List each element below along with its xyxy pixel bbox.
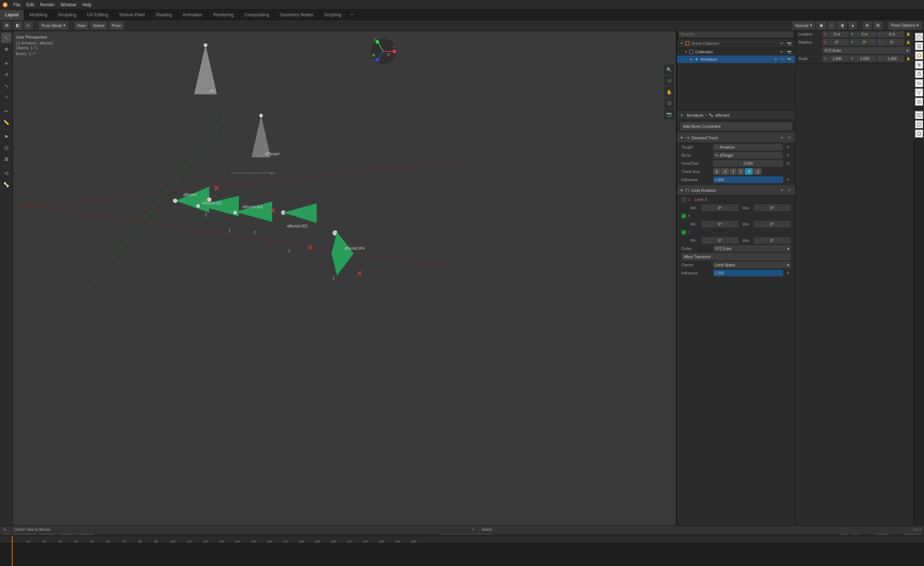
location-lock[interactable]: 🔒: [906, 32, 910, 37]
damped-track-close[interactable]: ✕: [786, 135, 792, 141]
rot-y-input[interactable]: 0°: [854, 41, 875, 45]
pose-btn[interactable]: Pose: [109, 21, 124, 30]
tab-animation[interactable]: Animation: [177, 10, 208, 20]
limit-z-check[interactable]: ✓: [681, 230, 686, 234]
y-min-input[interactable]: 0°: [701, 221, 739, 227]
props-world-icon[interactable]: [915, 129, 924, 138]
viewport-toggle-btn[interactable]: ◧: [13, 21, 22, 30]
viewport-anim-btn[interactable]: ▷: [24, 21, 33, 30]
props-data-icon[interactable]: [915, 79, 924, 88]
props-object-icon[interactable]: [915, 51, 924, 60]
viewport[interactable]: ctrl dtTarget X - affected affected.001 …: [13, 31, 676, 525]
track-axis-ny[interactable]: -Y: [745, 168, 753, 175]
menu-file[interactable]: File: [10, 0, 23, 10]
tool-ik[interactable]: 🦴: [1, 179, 12, 190]
scene-collection-header[interactable]: ▼ Scene Collection 👁 📷: [677, 39, 795, 48]
props-view-layer-icon[interactable]: [915, 42, 924, 51]
collection-camera[interactable]: 📷: [786, 49, 792, 55]
tool-annotate[interactable]: ✏: [1, 106, 12, 116]
loc-y-input[interactable]: 0 m: [854, 32, 875, 36]
tab-rendering[interactable]: Rendering: [208, 10, 239, 20]
collection-item[interactable]: ▼ Collection 👁 📷: [677, 48, 795, 56]
blender-logo[interactable]: B: [0, 0, 10, 10]
gizmo-toggle[interactable]: ⊕: [862, 21, 872, 30]
rotation-lock[interactable]: 🔒: [906, 40, 910, 45]
props-output-icon[interactable]: [915, 120, 924, 129]
viewport-nav-rotate[interactable]: ↺: [664, 75, 674, 86]
collection-eye[interactable]: 👁: [779, 49, 785, 55]
track-axis-nz[interactable]: -Z: [754, 168, 761, 175]
bone-value-display[interactable]: dtTarget: [713, 152, 783, 159]
target-clear[interactable]: ✕: [785, 144, 790, 150]
scale-z-input[interactable]: 1.000: [881, 57, 903, 61]
scale-y-input[interactable]: 1.000: [854, 57, 875, 61]
influence2-bar[interactable]: 1.000: [713, 270, 783, 276]
track-axis-x[interactable]: X: [713, 168, 720, 175]
props-particles-icon[interactable]: [915, 88, 924, 97]
limit-rotation-header[interactable]: ▼ Limit Rotation 👁 ✕: [677, 185, 795, 195]
props-physics-icon[interactable]: [915, 98, 924, 106]
armature-item[interactable]: ▶ Armature 👁 7 / 📷: [677, 56, 795, 63]
viewport-nav-ortho[interactable]: ⊡: [664, 98, 674, 108]
x-min-input[interactable]: 0°: [701, 204, 739, 211]
limit-rotation-eye[interactable]: 👁: [779, 188, 785, 194]
props-render-icon[interactable]: [915, 111, 924, 120]
add-workspace-button[interactable]: +: [347, 12, 357, 17]
scene-collection-eye[interactable]: 👁: [779, 41, 785, 46]
z-min-input[interactable]: 0°: [701, 237, 739, 244]
influence2-icon[interactable]: ⚙: [786, 270, 790, 276]
tool-breakdowner[interactable]: ⊡: [1, 143, 12, 153]
scale-x-input[interactable]: 1.000: [826, 57, 848, 61]
tab-shading[interactable]: Shading: [150, 10, 177, 20]
tool-rotate[interactable]: ↺: [1, 69, 12, 80]
headtail-link[interactable]: ⛓: [786, 161, 790, 166]
loc-x-input[interactable]: 0 m: [826, 32, 848, 36]
add-bone-constraint-btn[interactable]: Add Bone Constraint: [680, 122, 792, 131]
affect-transform-btn[interactable]: Affect Transform: [681, 253, 790, 260]
tool-select[interactable]: ↖: [1, 33, 12, 43]
limit-x-check[interactable]: [681, 197, 686, 202]
tab-geometry-nodes[interactable]: Geometry Nodes: [274, 10, 319, 20]
order-dropdown[interactable]: XYZ Euler ▾: [713, 245, 790, 252]
tab-sculpting[interactable]: Sculpting: [53, 10, 82, 20]
viewport-shading-solid[interactable]: ◉: [817, 21, 826, 30]
limit-y-check[interactable]: ✓: [681, 214, 686, 218]
tool-transform[interactable]: ⊹: [1, 92, 12, 102]
z-max-input[interactable]: 0°: [754, 237, 791, 244]
headtail-input[interactable]: 0.000: [713, 160, 783, 167]
viewport-shading-rendered[interactable]: ◑: [837, 21, 847, 30]
outliner-search[interactable]: [678, 30, 794, 38]
bone-clear[interactable]: ✕: [785, 152, 790, 158]
track-axis-z[interactable]: Z: [737, 168, 744, 175]
owner-dropdown[interactable]: Local Space ▾: [713, 261, 790, 268]
overlay-toggle[interactable]: ⊞: [873, 21, 882, 30]
damped-track-eye[interactable]: 👁: [779, 135, 785, 141]
tool-roll[interactable]: ⟲: [1, 168, 12, 179]
y-max-input[interactable]: 0°: [754, 221, 791, 227]
limit-rotation-close[interactable]: ✕: [786, 188, 792, 194]
menu-window[interactable]: Window: [57, 0, 79, 10]
armature-eye[interactable]: 👁: [773, 56, 779, 62]
scale-lock[interactable]: 🔒: [906, 56, 910, 61]
timeline-track[interactable]: [0, 543, 924, 566]
viewport-shading-material[interactable]: ●: [849, 21, 857, 30]
tab-modeling[interactable]: Modeling: [24, 10, 53, 20]
tab-scripting[interactable]: Scripting: [319, 10, 347, 20]
viewport-nav-pan[interactable]: ✋: [664, 87, 674, 97]
scene-collection-camera[interactable]: 📷: [786, 41, 792, 46]
viewport-nav-zoom[interactable]: 🔍: [664, 65, 674, 75]
menu-edit[interactable]: Edit: [23, 0, 37, 10]
tab-compositing[interactable]: Compositing: [239, 10, 275, 20]
menu-help[interactable]: Help: [79, 0, 94, 10]
damped-track-header[interactable]: ▼ Damped Track 👁 ✕: [677, 133, 795, 143]
tool-move[interactable]: ✛: [1, 58, 12, 69]
track-axis-nx[interactable]: -X: [721, 168, 729, 175]
props-scene-icon[interactable]: [915, 33, 924, 42]
tool-scale[interactable]: ⤡: [1, 80, 12, 91]
tab-layout[interactable]: Layout: [0, 10, 24, 20]
view-btn[interactable]: View: [74, 21, 89, 30]
tab-texture-paint[interactable]: Texture Paint: [114, 10, 150, 20]
influence1-bar[interactable]: 1.000: [713, 176, 783, 183]
timeline-ruler[interactable]: 1 10 20 30 40 50 60 70 80 90 100 110 120…: [0, 536, 924, 543]
tool-cursor[interactable]: ⊕: [1, 44, 12, 54]
